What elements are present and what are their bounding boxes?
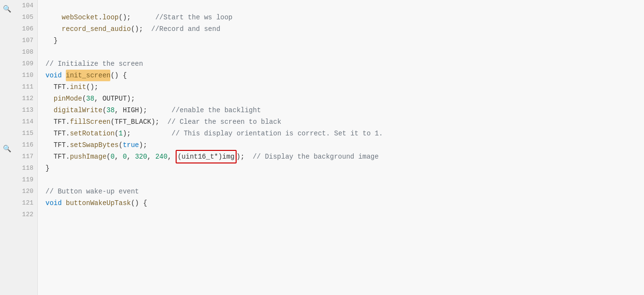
line-num-114: 114 (19, 116, 33, 128)
code-comment: //enable the backlight (171, 104, 261, 116)
line-number-gutter: 104 105 106 107 108 109 110 111 112 113 … (14, 0, 38, 295)
code-token: ); (123, 128, 172, 139)
code-keyword: void (45, 70, 62, 81)
code-token: ( (115, 128, 119, 139)
code-line-110: void init_screen () { (45, 70, 644, 81)
line-num-112: 112 (19, 93, 33, 104)
code-token: TFT. (45, 116, 70, 128)
code-token: () { (131, 197, 147, 209)
line-num-117: 117 (19, 151, 33, 162)
code-token: () { (110, 70, 127, 81)
code-function-highlighted: init_screen (66, 70, 110, 81)
code-token (45, 93, 54, 104)
code-token: 38 (86, 93, 94, 104)
code-line-119 (45, 174, 644, 186)
code-token: TFT. (45, 139, 70, 151)
code-token: , (147, 151, 155, 162)
code-token: ( (106, 151, 110, 162)
code-token: init (70, 81, 86, 93)
code-line-107: } (45, 35, 644, 46)
code-token: setRotation (70, 128, 114, 139)
code-line-108 (45, 46, 644, 58)
code-comment: // This display orientation is correct. … (171, 128, 383, 139)
line-num-118: 118 (19, 162, 33, 174)
code-line-116: TFT. setSwapBytes ( true ); (45, 139, 644, 151)
code-token: TFT. (45, 151, 70, 162)
line-num-110: 110 (19, 70, 33, 81)
code-token: 38 (106, 104, 115, 116)
code-token: (TFT_BLACK); (110, 116, 167, 128)
code-token: 240 (155, 151, 167, 162)
code-token: 1 (119, 128, 122, 139)
code-token: (); (131, 23, 151, 35)
code-token: (); (119, 12, 155, 23)
code-token: 0 (123, 151, 127, 162)
line-num-109: 109 (19, 58, 33, 70)
highlighted-code-box: (uint16_t*)img (176, 150, 237, 163)
code-line-105: webSocket . loop (); //Start the ws loop (45, 12, 644, 23)
code-comment: //Start the ws loop (155, 12, 233, 23)
code-line-121: void buttonWakeUpTask () { (45, 197, 644, 209)
code-token: , HIGH); (115, 104, 172, 116)
left-icon-strip: 🔍 🔍 (0, 0, 14, 295)
code-token: webSocket (62, 12, 99, 23)
code-token: ); (139, 139, 147, 151)
code-token (45, 23, 62, 35)
code-comment: //Record and send (151, 23, 220, 35)
code-line-114: TFT. fillScreen (TFT_BLACK); // Clear th… (45, 116, 644, 128)
search-icon-top[interactable]: 🔍 (3, 5, 11, 13)
code-token: record_send_audio (62, 23, 131, 35)
code-token (62, 197, 66, 209)
code-token: buttonWakeUpTask (66, 197, 131, 209)
code-token: 320 (135, 151, 147, 162)
code-token: ); (237, 151, 253, 162)
line-num-122: 122 (19, 209, 33, 221)
code-keyword: void (45, 197, 62, 209)
search-icon-bottom[interactable]: 🔍 (3, 145, 11, 153)
code-line-106: record_send_audio (); //Record and send (45, 23, 644, 35)
code-line-113: digitalWrite ( 38 , HIGH); //enable the … (45, 104, 644, 116)
code-token (45, 12, 62, 23)
code-token: setSwapBytes (70, 139, 119, 151)
line-num-105: 105 (19, 12, 33, 23)
code-token (62, 70, 66, 81)
code-line-122 (45, 209, 644, 221)
code-comment: // Button wake-up event (45, 186, 139, 197)
code-token: , (127, 151, 135, 162)
line-num-107: 107 (19, 35, 33, 46)
code-keyword: true (123, 139, 139, 151)
line-num-120: 120 (19, 186, 33, 197)
code-token: , (115, 151, 123, 162)
code-comment: // Clear the screen to black (167, 116, 281, 128)
code-token: digitalWrite (54, 104, 103, 116)
code-line-111: TFT. init (); (45, 81, 644, 93)
line-num-104: 104 (19, 0, 33, 12)
code-token: } (45, 35, 58, 46)
line-num-111: 111 (19, 81, 33, 93)
code-token: TFT. (45, 128, 70, 139)
code-area[interactable]: webSocket . loop (); //Start the ws loop… (38, 0, 644, 295)
code-line-118: } (45, 162, 644, 174)
code-line-112: pinMode ( 38 , OUTPUT); (45, 93, 644, 104)
code-line-117: TFT. pushImage ( 0 , 0 , 320 , 240 , (ui… (45, 151, 644, 162)
code-token: ( (119, 139, 122, 151)
code-token: fillScreen (70, 116, 110, 128)
code-token: ( (82, 93, 86, 104)
code-token: ( (103, 104, 106, 116)
editor-container: 🔍 🔍 104 105 106 107 108 109 110 111 112 … (0, 0, 644, 295)
code-line-120: // Button wake-up event (45, 186, 644, 197)
line-num-121: 121 (19, 197, 33, 209)
code-token: 0 (110, 151, 114, 162)
code-token (45, 104, 54, 116)
code-line-109: // Initialize the screen (45, 58, 644, 70)
code-token: (); (86, 81, 98, 93)
line-num-106: 106 (19, 23, 33, 35)
line-num-116: 116 (19, 139, 33, 151)
code-token: , (167, 151, 176, 162)
code-token: loop (103, 12, 119, 23)
line-num-113: 113 (19, 104, 33, 116)
line-num-119: 119 (19, 174, 33, 186)
line-num-115: 115 (19, 128, 33, 139)
code-line-115: TFT. setRotation ( 1 ); // This display … (45, 128, 644, 139)
code-line-104 (45, 0, 644, 12)
